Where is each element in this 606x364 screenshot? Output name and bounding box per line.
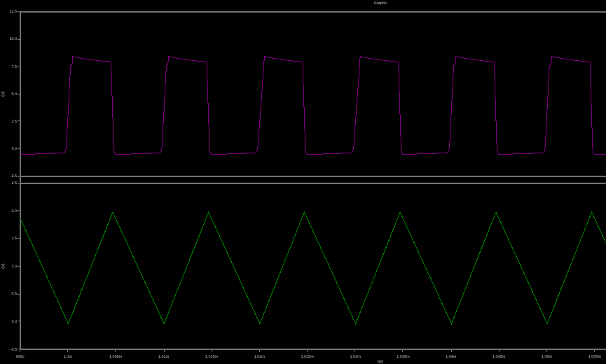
svg-text:2.5: 2.5 [12, 120, 18, 124]
svg-text:1.5: 1.5 [12, 237, 18, 241]
svg-text:12.5: 12.5 [9, 10, 17, 14]
svg-text:1.04m: 1.04m [446, 355, 457, 359]
svg-text:2.5: 2.5 [12, 181, 18, 186]
svg-text:(V): (V) [1, 91, 6, 97]
svg-text:t(s): t(s) [378, 360, 383, 364]
svg-text:1.025m: 1.025m [301, 355, 315, 359]
svg-text:7.5: 7.5 [12, 65, 18, 69]
svg-text:1.01m: 1.01m [158, 355, 170, 359]
svg-text:1.035m: 1.035m [397, 355, 410, 359]
svg-text:0.0: 0.0 [12, 320, 18, 324]
svg-text:995u: 995u [15, 355, 24, 359]
svg-text:1.05m: 1.05m [542, 355, 553, 359]
svg-text:1.0m: 1.0m [64, 355, 73, 359]
svg-text:1.0: 1.0 [12, 265, 18, 269]
svg-text:(V): (V) [1, 263, 6, 269]
svg-text:0.5: 0.5 [12, 292, 18, 296]
svg-text:1.005m: 1.005m [109, 355, 123, 359]
svg-text:0.0: 0.0 [12, 147, 18, 151]
svg-text:10.0: 10.0 [9, 37, 17, 41]
svg-text:1.03m: 1.03m [350, 355, 361, 359]
svg-text:1.045m: 1.045m [493, 355, 506, 359]
svg-text:1.015m: 1.015m [205, 355, 219, 359]
svg-text:1.02m: 1.02m [254, 355, 266, 359]
svg-text:-0.5: -0.5 [11, 348, 17, 352]
svg-text:2.0: 2.0 [12, 209, 18, 214]
svg-text:5.0: 5.0 [12, 92, 18, 97]
svg-text:-2.5: -2.5 [11, 174, 17, 178]
svg-text:Graph0: Graph0 [374, 1, 387, 6]
svg-text:1.055m: 1.055m [588, 355, 602, 359]
